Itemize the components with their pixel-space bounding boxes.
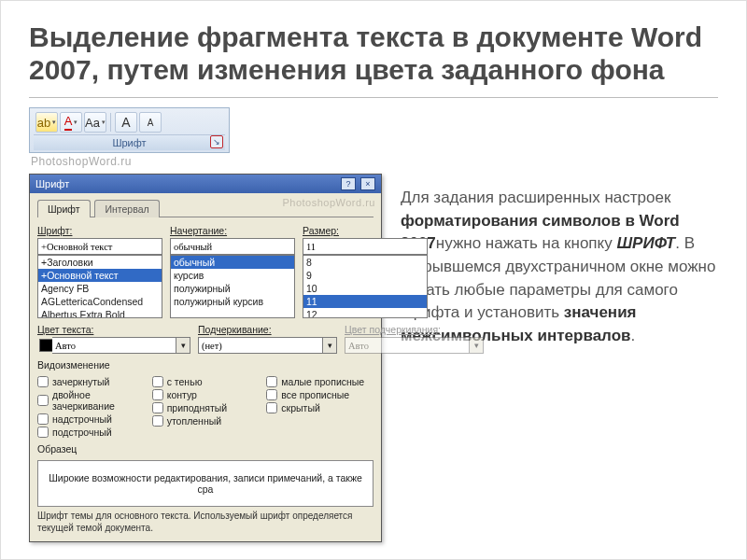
underline-color-combo: ▾ (345, 337, 484, 354)
chevron-down-icon: ▾ (469, 337, 484, 354)
watermark-text: PhotoshopWord.ru (31, 155, 384, 168)
chevron-down-icon: ▾ (322, 337, 337, 354)
dialog-titlebar: Шрифт ? × (30, 175, 381, 193)
grow-font-button[interactable]: A (115, 112, 137, 133)
label-style: Начертание: (170, 225, 295, 236)
tab-spacing[interactable]: Интервал (94, 200, 159, 217)
chevron-down-icon: ▾ (74, 119, 78, 126)
chk-super[interactable] (37, 413, 49, 425)
chk-dblstrike[interactable] (37, 395, 49, 406)
size-listbox[interactable]: 8 9 10 11 12 (303, 255, 428, 318)
help-button[interactable]: ? (341, 177, 356, 190)
font-input[interactable] (37, 238, 162, 255)
dialog-launcher-icon[interactable]: ↘ (210, 135, 223, 148)
chk-hidden[interactable] (266, 402, 277, 413)
label-font: Шрифт: (37, 225, 162, 236)
chk-shadow[interactable] (152, 376, 163, 387)
sample-preview: Широкие возможности редактирования, запи… (37, 460, 374, 507)
chevron-down-icon: ▾ (102, 119, 106, 126)
size-input[interactable] (303, 238, 428, 255)
font-listbox[interactable]: +Заголовки +Основной текст Agency FB AGL… (37, 255, 162, 318)
dialog-watermark: PhotoshopWord.ru (282, 197, 375, 208)
chevron-down-icon: ▾ (176, 337, 190, 354)
chk-smallcaps[interactable] (266, 376, 277, 387)
chk-emboss[interactable] (152, 402, 163, 413)
chevron-down-icon: ▾ (52, 119, 56, 126)
chk-sub[interactable] (37, 427, 49, 438)
label-underline: Подчеркивание: (198, 324, 337, 335)
separator (110, 113, 111, 132)
shrink-font-button[interactable]: A (139, 112, 162, 133)
slide-title: Выделение фрагмента текста в документе W… (29, 21, 718, 86)
chk-strike[interactable] (37, 376, 49, 387)
ribbon-group-label: Шрифт (112, 137, 146, 148)
highlight-color-button[interactable]: ab▾ (35, 112, 58, 133)
chk-outline[interactable] (152, 389, 163, 400)
chk-engrave[interactable] (152, 415, 163, 427)
change-case-button[interactable]: Aa▾ (84, 112, 106, 133)
label-size: Размер: (303, 225, 428, 236)
font-color-button[interactable]: A▾ (60, 112, 82, 133)
effects-label: Видоизменение (37, 359, 374, 371)
font-dialog: Шрифт ? × PhotoshopWord.ru Шрифт Интерва… (29, 174, 382, 542)
tab-font[interactable]: Шрифт (37, 200, 91, 217)
color-combo[interactable]: ▾ (37, 337, 190, 354)
label-underline-color: Цвет подчеркивания: (345, 324, 484, 335)
label-color: Цвет текста: (37, 324, 190, 335)
title-divider (29, 97, 718, 98)
style-input[interactable] (170, 238, 295, 255)
style-listbox[interactable]: обычный курсив полужирный полужирный кур… (170, 255, 295, 318)
chk-allcaps[interactable] (266, 389, 277, 400)
underline-combo[interactable]: ▾ (198, 337, 337, 354)
sample-label: Образец (37, 443, 374, 455)
dialog-title: Шрифт (35, 178, 69, 189)
dialog-footnote: Шрифт темы для основного текста. Использ… (37, 511, 374, 534)
close-button[interactable]: × (360, 177, 375, 190)
ribbon-font-group: ab▾ A▾ Aa▾ A A Шрифт ↘ (29, 107, 230, 153)
